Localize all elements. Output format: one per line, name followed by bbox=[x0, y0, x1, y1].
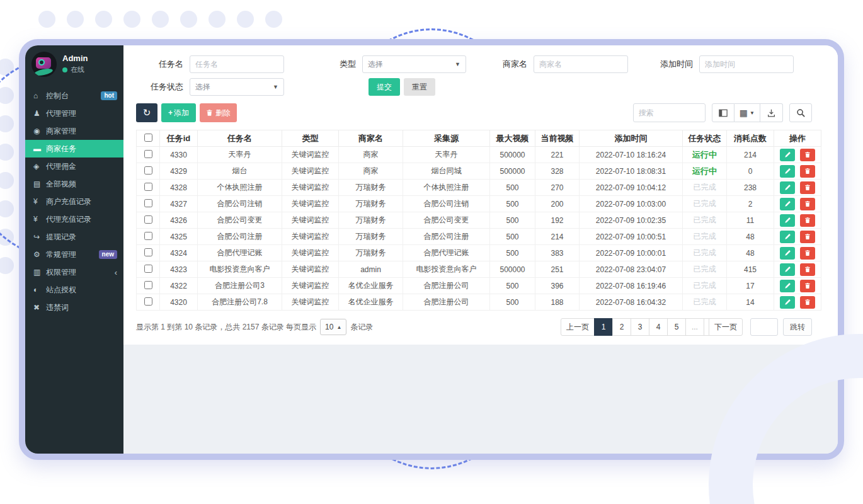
edit-button[interactable] bbox=[780, 149, 795, 161]
edit-button[interactable] bbox=[780, 198, 795, 210]
column-header: 任务id bbox=[160, 130, 198, 147]
merchant-recharge-icon: ¥ bbox=[33, 197, 46, 206]
export-button[interactable] bbox=[760, 103, 783, 122]
edit-button[interactable] bbox=[780, 296, 795, 309]
cell-points: 238 bbox=[727, 180, 774, 196]
sidebar-item[interactable]: ▥ 权限管理 ‹ bbox=[25, 263, 123, 281]
delete-row-button[interactable] bbox=[800, 214, 815, 227]
page-button[interactable]: 2 bbox=[612, 318, 631, 336]
columns-icon: ▦ bbox=[740, 108, 748, 118]
delete-row-button[interactable] bbox=[800, 149, 815, 161]
sidebar-item[interactable]: ♟ 代理管理 bbox=[25, 105, 123, 122]
reset-button[interactable]: 重置 bbox=[404, 78, 435, 96]
search-input[interactable] bbox=[633, 103, 706, 122]
select-all-checkbox[interactable] bbox=[144, 134, 152, 142]
sidebar-item[interactable]: ¥ 商户充值记录 bbox=[25, 193, 123, 210]
cell-max-videos: 500000 bbox=[490, 163, 535, 180]
cell-task-id: 4329 bbox=[160, 163, 198, 180]
search-button[interactable] bbox=[789, 103, 812, 122]
edit-button[interactable] bbox=[780, 181, 795, 194]
delete-button[interactable]: 删除 bbox=[200, 103, 237, 122]
row-checkbox[interactable] bbox=[144, 297, 152, 306]
page-button[interactable]: 4 bbox=[649, 318, 668, 336]
row-checkbox[interactable] bbox=[144, 232, 152, 240]
permission-manage-icon: ▥ bbox=[33, 268, 46, 277]
cell-task-name: 合肥注册公司7.8 bbox=[198, 294, 282, 311]
edit-button[interactable] bbox=[780, 247, 795, 260]
sidebar-item[interactable]: ◐ 站点授权 bbox=[25, 281, 123, 299]
cell-merchant: 万瑞财务 bbox=[339, 180, 403, 196]
merchant-input[interactable] bbox=[534, 55, 628, 73]
trash-icon bbox=[206, 109, 213, 117]
add-button[interactable]: +添加 bbox=[161, 103, 196, 122]
status-badge: 已完成 bbox=[694, 281, 716, 290]
row-checkbox[interactable] bbox=[144, 199, 152, 207]
tasks-table: 任务id任务名类型商家名采集源最大视频当前视频添加时间任务状态消耗点数操作 43… bbox=[136, 130, 821, 311]
edit-button[interactable] bbox=[780, 165, 795, 178]
cell-task-name: 合肥公司注销 bbox=[198, 196, 282, 212]
row-checkbox[interactable] bbox=[144, 281, 152, 289]
edit-button[interactable] bbox=[780, 263, 795, 276]
columns-button[interactable]: ▦▼ bbox=[734, 103, 760, 122]
cell-task-name: 合肥公司注册 bbox=[198, 229, 282, 245]
page-buttons: 上一页12345...216下一页 bbox=[561, 318, 743, 336]
page-button[interactable]: 下一页 bbox=[709, 318, 743, 336]
row-checkbox[interactable] bbox=[144, 248, 152, 256]
page-button[interactable]: 上一页 bbox=[561, 318, 595, 336]
jump-page-input[interactable] bbox=[750, 318, 778, 336]
cell-added-time: 2022-07-10 18:08:31 bbox=[580, 163, 683, 180]
cell-type: 关键词监控 bbox=[282, 245, 339, 261]
sidebar-item[interactable]: ▤ 全部视频 bbox=[25, 175, 123, 193]
page-size-select[interactable]: 10 ▲ bbox=[320, 319, 346, 335]
page-button-active[interactable]: 1 bbox=[594, 318, 613, 336]
delete-row-button[interactable] bbox=[800, 198, 815, 210]
column-header: 最大视频 bbox=[490, 130, 535, 147]
cell-points: 17 bbox=[727, 278, 774, 294]
delete-row-button[interactable] bbox=[800, 165, 815, 178]
page-button[interactable]: 3 bbox=[631, 318, 649, 336]
delete-row-button[interactable] bbox=[800, 247, 815, 260]
type-select[interactable]: 选择 ▼ bbox=[362, 55, 466, 73]
column-header: 任务名 bbox=[198, 130, 282, 147]
page-button[interactable]: 5 bbox=[667, 318, 686, 336]
delete-row-button[interactable] bbox=[800, 181, 815, 194]
cell-current-videos: 221 bbox=[535, 147, 580, 163]
row-checkbox[interactable] bbox=[144, 183, 152, 191]
row-checkbox[interactable] bbox=[144, 265, 152, 273]
add-time-input[interactable] bbox=[699, 55, 794, 73]
task-status-select[interactable]: 选择 ▼ bbox=[190, 78, 284, 96]
table-row: 4326 合肥公司变更 关键词监控 万瑞财务 合肥公司变更 500 192 20… bbox=[137, 212, 821, 229]
trash-icon bbox=[804, 200, 811, 207]
row-checkbox[interactable] bbox=[144, 215, 152, 224]
delete-row-button[interactable] bbox=[800, 280, 815, 292]
delete-row-button[interactable] bbox=[800, 231, 815, 243]
cell-max-videos: 500 bbox=[490, 196, 535, 212]
sidebar-item[interactable]: ⌂ 控制台 hot bbox=[25, 87, 123, 105]
row-checkbox[interactable] bbox=[144, 150, 152, 158]
delete-row-button[interactable] bbox=[800, 296, 815, 309]
submit-button[interactable]: 提交 bbox=[369, 78, 400, 96]
sidebar-item[interactable]: ✖ 违禁词 bbox=[25, 299, 123, 316]
delete-row-button[interactable] bbox=[800, 263, 815, 276]
filter-row-1: 任务名 类型 选择 ▼ 商家名 添加 bbox=[136, 55, 838, 73]
pencil-icon bbox=[784, 282, 791, 289]
refresh-button[interactable]: ↻ bbox=[136, 103, 157, 122]
edit-button[interactable] bbox=[780, 231, 795, 243]
edit-button[interactable] bbox=[780, 214, 795, 227]
cell-max-videos: 500000 bbox=[490, 261, 535, 278]
sidebar-item[interactable]: ▬ 商家任务 bbox=[25, 140, 123, 158]
sidebar-item[interactable]: ¥ 代理充值记录 bbox=[25, 210, 123, 228]
sidebar-item[interactable]: ⚙ 常规管理 new bbox=[25, 246, 123, 263]
sidebar-item[interactable]: ◈ 代理佣金 bbox=[25, 158, 123, 175]
row-checkbox[interactable] bbox=[144, 166, 152, 175]
edit-button[interactable] bbox=[780, 280, 795, 292]
jump-button[interactable]: 跳转 bbox=[783, 318, 812, 336]
card-view-button[interactable] bbox=[712, 103, 734, 122]
cell-source: 合肥注册公司 bbox=[403, 294, 490, 311]
trash-icon bbox=[804, 299, 811, 306]
task-name-input[interactable] bbox=[190, 55, 284, 73]
sidebar-item[interactable]: ◉ 商家管理 bbox=[25, 122, 123, 140]
cell-source: 合肥公司变更 bbox=[403, 212, 490, 229]
sidebar-item[interactable]: ↪ 提现记录 bbox=[25, 228, 123, 246]
pencil-icon bbox=[784, 266, 791, 273]
